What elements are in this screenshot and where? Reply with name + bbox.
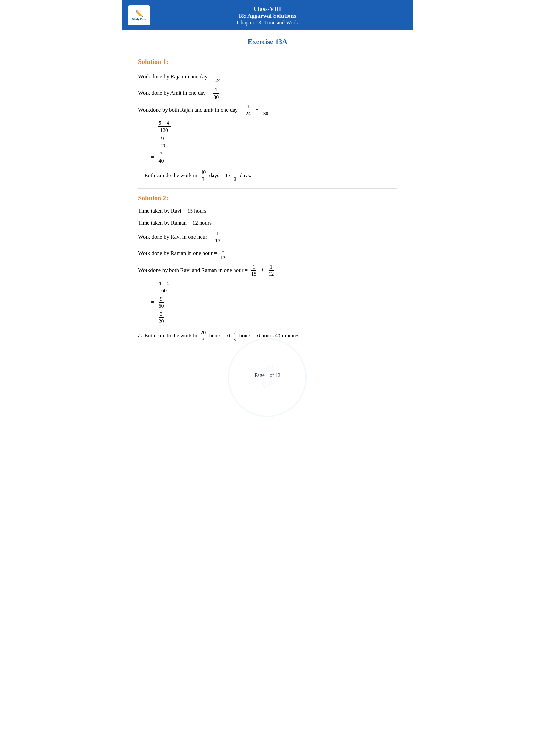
- divider1: [138, 188, 397, 189]
- sol2-frac2: 1 12: [219, 247, 227, 260]
- logo: ✏️ Study Path: [128, 6, 151, 25]
- sol1-calc1: = 5 + 4 120: [151, 120, 397, 133]
- sol2-frac5b: 1 12: [268, 264, 275, 277]
- sol2-concl-frac: 20 3: [199, 329, 207, 343]
- solution2-heading: Solution 2:: [138, 195, 397, 202]
- header-chapter: Chapter 13: Time and Work: [128, 19, 407, 26]
- page-footer: Page 1 of 12: [122, 365, 413, 384]
- sol2-calc3: = 3 20: [151, 311, 397, 324]
- sol1-line2: Work done by Amit in one day = 1 30: [138, 87, 397, 100]
- sol1-calc-block: = 5 + 4 120 = 9 120 = 3 40: [138, 120, 397, 164]
- solution1-heading: Solution 1:: [138, 58, 397, 66]
- pencil-icon: ✏️: [135, 10, 143, 17]
- footer-text: Page 1 of 12: [255, 372, 280, 378]
- sol2-calc-block: = 4 + 5 60 = 9 60 = 3 20: [138, 280, 397, 324]
- sol1-frac2: 1 30: [212, 87, 220, 100]
- page-header: ✏️ Study Path Class-VIII RS Aggarwal Sol…: [122, 0, 413, 30]
- sol2-line5: Workdone by both Ravi and Raman in one h…: [138, 264, 397, 277]
- sol2-conclusion: ∴ Both can do the work in 20 3 hours = 6…: [138, 329, 397, 343]
- sol1-line1: Work done by Rajan in one day = 1 24: [138, 70, 397, 83]
- sol2-calc1: = 4 + 5 60: [151, 280, 397, 293]
- exercise-title: Exercise 13A: [122, 38, 413, 46]
- sol2-line4: Work done by Raman in one hour = 1 12: [138, 247, 397, 260]
- sol1-calc2: = 9 120: [151, 135, 397, 149]
- sol1-frac3a: 1 24: [244, 103, 252, 117]
- sol2-frac1: 1 15: [214, 230, 222, 244]
- sol1-concl-frac: 40 3: [199, 169, 207, 182]
- sol2-line1: Time taken by Ravi = 15 hours: [138, 206, 397, 215]
- sol1-line3: Workdone by both Rajan and amit in one d…: [138, 103, 397, 117]
- sol2-line3: Work done by Ravi in one hour = 1 15: [138, 230, 397, 244]
- sol1-calc3: = 3 40: [151, 150, 397, 164]
- main-content: Solution 1: Work done by Rajan in one da…: [122, 49, 413, 356]
- sol2-frac5a: 1 15: [250, 264, 258, 277]
- sol2-concl-frac2: 2 3: [232, 329, 237, 343]
- header-class: Class-VIII: [128, 6, 407, 13]
- sol1-conclusion: ∴ Both can do the work in 40 3 days = 13…: [138, 169, 397, 182]
- sol2-line2: Time taken by Raman = 12 hours: [138, 219, 397, 227]
- sol2-calc2: = 9 60: [151, 296, 397, 309]
- logo-text: Study Path: [132, 17, 146, 21]
- sol1-frac1: 1 24: [214, 70, 222, 83]
- sol1-concl-frac2: 1 3: [233, 169, 238, 182]
- sol1-frac3b: 1 30: [262, 103, 270, 117]
- header-rs: RS Aggarwal Solutions: [128, 13, 407, 19]
